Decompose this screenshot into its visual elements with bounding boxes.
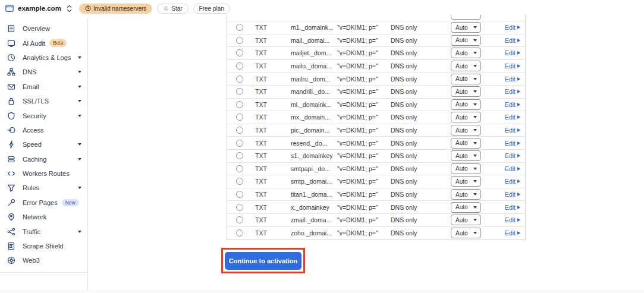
edit-record-link[interactable]: Edit [505,49,520,56]
chevron-down-icon[interactable] [78,158,81,160]
star-button[interactable]: ☆ Star [157,4,188,14]
sidebar-item-web3[interactable]: Web3 [0,253,87,267]
row-checkbox[interactable] [236,127,243,134]
ttl-select[interactable]: Auto [451,74,481,84]
row-checkbox[interactable] [236,216,243,223]
ttl-select[interactable]: Auto [451,35,481,46]
row-checkbox[interactable] [236,178,243,185]
sidebar-item-error-pages[interactable]: Error Pages New [0,196,87,210]
sidebar-item-scrape-shield[interactable]: Scrape Shield [0,239,87,253]
ttl-select[interactable]: Auto [451,202,481,213]
ttl-select[interactable]: Auto [451,86,481,97]
row-checkbox[interactable] [236,140,243,147]
edit-record-link[interactable]: Edit [505,88,520,95]
sidebar-item-speed[interactable]: Speed [0,137,87,152]
sidebar-item-workers-routes[interactable]: Workers Routes [0,166,87,181]
edit-record-link[interactable]: Edit [505,127,520,134]
ttl-select[interactable]: Auto [451,99,481,110]
edit-record-link[interactable]: Edit [505,75,520,83]
row-checkbox[interactable] [236,49,243,56]
sidebar-item-label: Analytics & Logs [23,54,71,61]
ttl-select[interactable]: Auto [451,176,481,187]
proxy-status: DNS only [391,24,451,31]
edit-record-link[interactable]: Edit [505,165,520,172]
row-checkbox[interactable] [236,229,243,237]
edit-record-link[interactable]: Edit [505,191,520,198]
edit-record-link[interactable]: Edit [505,114,520,121]
dns-record-row: TXT smtp._domai... "v=DKIM1; p=" DNS onl… [227,175,525,188]
caret-right-icon [517,154,520,157]
site-window-icon [5,5,14,12]
ttl-value: Auto [455,37,468,43]
edit-record-link[interactable]: Edit [505,229,520,237]
chevron-down-icon[interactable] [78,143,81,146]
record-content: "v=DKIM1; p=" [337,37,391,44]
caret-right-icon [517,51,520,55]
workers-routes-icon [7,169,15,178]
site-name[interactable]: example.com [18,5,61,12]
sidebar-item-overview[interactable]: Overview [0,21,87,36]
chevron-down-icon[interactable] [78,187,81,189]
edit-record-link[interactable]: Edit [505,178,520,185]
chevron-down-icon[interactable] [78,115,81,117]
continue-to-activation-button[interactable]: Continue to activation [225,252,301,270]
sidebar-item-rules[interactable]: Rules [0,181,87,195]
proxy-status: DNS only [391,75,451,83]
ttl-select[interactable]: Auto [451,189,481,200]
sidebar-item-ai-audit[interactable]: AI Audit Beta [0,36,87,50]
edit-record-link[interactable]: Edit [505,152,520,159]
row-checkbox[interactable] [236,37,243,44]
chevron-down-icon[interactable] [78,56,81,59]
ttl-select[interactable]: Auto [451,48,481,58]
edit-record-link[interactable]: Edit [505,204,520,211]
ttl-select[interactable]: Auto [451,125,481,136]
sidebar-item-label: Error Pages [23,199,58,206]
row-checkbox[interactable] [236,152,243,159]
ttl-select[interactable]: Auto [451,22,481,33]
edit-record-link[interactable]: Edit [505,101,520,108]
edit-record-link[interactable]: Edit [505,37,520,44]
row-checkbox[interactable] [236,62,243,70]
row-checkbox[interactable] [236,75,243,83]
plan-badge[interactable]: Free plan [193,4,230,14]
sidebar-item-dns[interactable]: DNS [0,65,87,79]
sidebar-item-label: Rules [23,184,39,191]
sidebar-item-ssl-tls[interactable]: SSL/TLS [0,94,87,108]
record-content: "v=DKIM1; p=" [337,49,391,56]
edit-record-link[interactable]: Edit [505,216,520,223]
ttl-select[interactable]: Auto [451,215,481,225]
edit-record-link[interactable]: Edit [505,140,520,147]
sidebar-item-analytics-logs[interactable]: Analytics & Logs [0,51,87,65]
ttl-select-clipped[interactable] [451,15,481,20]
row-checkbox[interactable] [236,114,243,121]
ttl-select[interactable]: Auto [451,228,481,238]
ttl-select[interactable]: Auto [451,61,481,71]
row-checkbox[interactable] [236,165,243,172]
chevron-down-icon[interactable] [78,71,81,73]
row-checkbox[interactable] [236,191,243,198]
sidebar-item-email[interactable]: Email [0,80,87,94]
ttl-select[interactable]: Auto [451,150,481,161]
sidebar-item-caching[interactable]: Caching [0,152,87,166]
ttl-select[interactable]: Auto [451,138,481,149]
site-switcher-icon[interactable] [67,5,72,12]
sidebar-item-traffic[interactable]: Traffic [0,224,87,238]
row-checkbox[interactable] [236,204,243,211]
proxy-status: DNS only [391,152,451,159]
row-checkbox[interactable] [236,101,243,108]
record-type: TXT [252,62,291,70]
edit-record-link[interactable]: Edit [505,62,520,70]
dns-record-row: TXT mailjet._dom... "v=DKIM1; p=" DNS on… [227,47,525,60]
sidebar-item-network[interactable]: Network [0,210,87,224]
row-checkbox[interactable] [236,24,243,31]
sidebar-item-access[interactable]: Access [0,123,87,137]
row-checkbox[interactable] [236,88,243,95]
status-badge: Invalid nameservers [79,4,152,14]
ttl-select[interactable]: Auto [451,112,481,122]
chevron-down-icon[interactable] [78,231,81,233]
sidebar-item-security[interactable]: Security [0,108,87,122]
ttl-select[interactable]: Auto [451,163,481,174]
chevron-down-icon[interactable] [78,100,81,102]
chevron-down-icon[interactable] [78,86,81,88]
edit-record-link[interactable]: Edit [505,24,520,31]
